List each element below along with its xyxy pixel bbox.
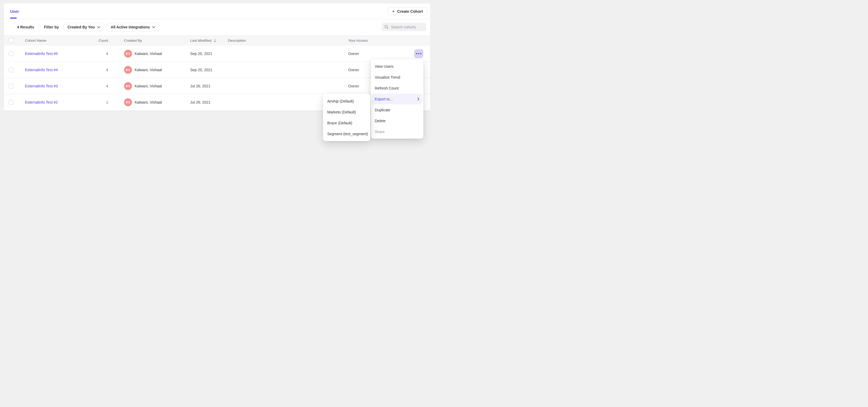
column-header-cohort-name: Cohort Name bbox=[25, 35, 46, 46]
divider bbox=[39, 23, 39, 32]
row-checkbox[interactable] bbox=[9, 67, 13, 72]
menu-item[interactable]: View Users bbox=[371, 61, 423, 72]
menu-item-export-to[interactable]: Export to... bbox=[372, 94, 422, 104]
tab-user[interactable]: User bbox=[10, 3, 19, 19]
row-checkbox[interactable] bbox=[9, 84, 13, 89]
submenu-item-label: Airship (Default) bbox=[327, 99, 354, 103]
cohort-count: 4 bbox=[106, 84, 108, 88]
cohort-name-link[interactable]: ExternalInfo Test #3 bbox=[25, 84, 58, 88]
submenu-item-label: Segment (test_segment) bbox=[327, 132, 368, 136]
access-value: Owner bbox=[348, 68, 359, 72]
export-submenu: Airship (Default) Marketo (Default) Braz… bbox=[323, 94, 370, 141]
tab-active-underline bbox=[10, 18, 17, 19]
integrations-filter-dropdown[interactable]: All Active Integrations bbox=[107, 23, 159, 31]
table-header-row: Cohort Name Count Created By Last Modifi… bbox=[4, 35, 430, 46]
submenu-item-label: Braze (Default) bbox=[327, 121, 352, 125]
last-modified-date: Sep 20, 2021 bbox=[190, 68, 212, 72]
created-by-name: Kalwani, Vishaal bbox=[135, 84, 162, 88]
row-actions-menu: View Users Visualize Trend Refresh Count… bbox=[371, 59, 423, 139]
created-by-name: Kalwani, Vishaal bbox=[135, 100, 162, 104]
last-modified-date: Jul 26, 2021 bbox=[190, 100, 210, 104]
column-header-last-modified[interactable]: Last Modified bbox=[190, 35, 216, 46]
cohort-name-link[interactable]: ExternalInfo Test #2 bbox=[25, 100, 58, 104]
menu-item[interactable]: Refresh Count bbox=[371, 83, 423, 94]
submenu-item-label: Marketo (Default) bbox=[327, 110, 356, 114]
cohort-name-link[interactable]: ExternalInfo Test #5 bbox=[25, 52, 58, 56]
column-header-created-by: Created By bbox=[124, 35, 142, 46]
cohorts-page: { "colors": { "accent": "#5449E1", "link… bbox=[0, 0, 434, 204]
created-by-name: Kalwani, Vishaal bbox=[135, 68, 162, 72]
cohort-count: 1 bbox=[106, 100, 108, 104]
filter-bar: 4 Results Filter by Created By You All A… bbox=[4, 19, 430, 35]
tab-bar: User + Create Cohort bbox=[4, 3, 430, 19]
avatar: KV bbox=[124, 82, 132, 90]
last-modified-date: Sep 20, 2021 bbox=[190, 52, 212, 56]
created-by-name: Kalwani, Vishaal bbox=[135, 52, 162, 56]
menu-item-label: Delete bbox=[375, 119, 385, 123]
menu-item-label: Visualize Trend bbox=[375, 75, 400, 80]
submenu-item[interactable]: Braze (Default) bbox=[323, 118, 370, 128]
avatar: KV bbox=[124, 66, 132, 74]
chevron-right-icon bbox=[417, 97, 420, 101]
chevron-down-icon bbox=[152, 26, 155, 28]
access-value: Owner bbox=[348, 52, 359, 56]
menu-item[interactable]: Duplicate bbox=[371, 104, 423, 115]
menu-item[interactable]: Delete bbox=[371, 115, 423, 126]
table-row: ExternalInfo Test #4 4 KV Kalwani, Visha… bbox=[4, 62, 430, 78]
cohort-name-link[interactable]: ExternalInfo Test #4 bbox=[25, 68, 58, 72]
created-by-filter-label: Created By You bbox=[67, 25, 95, 29]
menu-item-label: Export to... bbox=[375, 97, 393, 101]
avatar: KV bbox=[124, 50, 132, 58]
menu-item-label: Share bbox=[375, 130, 384, 134]
menu-item-label: View Users bbox=[375, 64, 394, 68]
search-input[interactable] bbox=[391, 25, 423, 29]
avatar: KV bbox=[124, 98, 132, 106]
row-checkbox[interactable] bbox=[9, 51, 13, 56]
create-cohort-label: Create Cohort bbox=[397, 9, 423, 13]
row-actions-button[interactable] bbox=[414, 50, 423, 58]
menu-item-label: Refresh Count bbox=[375, 86, 399, 90]
cohort-count: 4 bbox=[106, 52, 108, 56]
ellipsis-icon bbox=[416, 53, 417, 55]
results-count: 4 Results bbox=[17, 25, 34, 29]
table-row: ExternalInfo Test #5 4 KV Kalwani, Visha… bbox=[4, 46, 430, 62]
sort-icon bbox=[214, 39, 216, 42]
search-cohorts-box bbox=[382, 23, 426, 31]
submenu-item[interactable]: Marketo (Default) bbox=[323, 106, 370, 118]
cohort-count: 4 bbox=[106, 68, 108, 72]
created-by-filter-dropdown[interactable]: Created By You bbox=[63, 23, 104, 31]
access-value: Owner bbox=[348, 84, 359, 88]
menu-item: Share bbox=[371, 126, 423, 137]
integrations-filter-label: All Active Integrations bbox=[111, 25, 150, 29]
filter-by-label: Filter by bbox=[44, 25, 59, 29]
column-header-count: Count bbox=[84, 35, 108, 46]
row-checkbox[interactable] bbox=[9, 100, 13, 105]
submenu-item[interactable]: Airship (Default) bbox=[323, 96, 370, 106]
tab-user-label: User bbox=[10, 9, 19, 13]
table-row: ExternalInfo Test #3 4 KV Kalwani, Visha… bbox=[4, 78, 430, 94]
select-all-checkbox[interactable] bbox=[9, 38, 13, 43]
search-icon bbox=[384, 25, 389, 29]
last-modified-date: Jul 26, 2021 bbox=[190, 84, 210, 88]
column-header-description: Description bbox=[228, 35, 246, 46]
menu-item[interactable]: Visualize Trend bbox=[371, 72, 423, 83]
create-cohort-button[interactable]: + Create Cohort bbox=[388, 7, 427, 16]
chevron-down-icon bbox=[97, 26, 100, 28]
menu-item-label: Duplicate bbox=[375, 108, 390, 112]
submenu-item[interactable]: Segment (test_segment) bbox=[323, 128, 370, 139]
column-header-your-access: Your Access bbox=[348, 35, 368, 46]
column-header-last-modified-label: Last Modified bbox=[190, 38, 211, 42]
plus-icon: + bbox=[392, 9, 395, 14]
